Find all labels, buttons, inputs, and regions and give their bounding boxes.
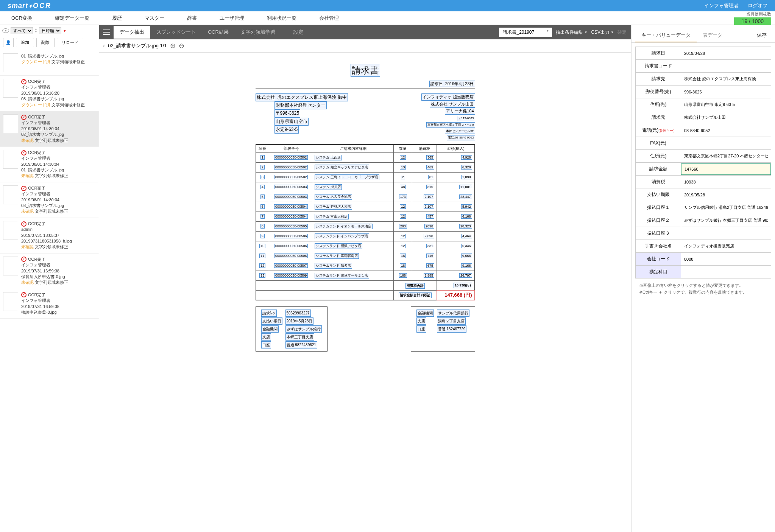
extract-cond-link[interactable]: 抽出条件編集▼ xyxy=(556,29,587,36)
kv-input[interactable] xyxy=(681,241,771,252)
sender-addr[interactable]: 東京都文京区本郷 2 丁目 2 7 − 2 0 xyxy=(426,122,475,128)
list-item[interactable]: OCR完了 インフォ管理者 2019/08/01 14:30:04 01_請求書… xyxy=(0,147,99,182)
kv-input[interactable] xyxy=(681,48,771,59)
bank-box-1: 請求No.59629963227 支払い期日2019年5月28日 金融機関みずほ… xyxy=(256,306,327,352)
tab-spreadsheet[interactable]: スプレッドシート xyxy=(150,26,202,39)
kv-input[interactable] xyxy=(681,254,771,264)
kv-label: 手書き会社名 xyxy=(636,240,681,253)
item-date: 2019/08/01 14:30:04 xyxy=(21,126,96,132)
sender-bldg[interactable]: 本郷センタービル5F xyxy=(445,129,475,134)
delete-button[interactable]: 削除 xyxy=(36,38,55,47)
nav-usage[interactable]: 利用状況一覧 xyxy=(256,11,308,25)
doc-viewport[interactable]: 請求書 請求日 2019年4月28日 株式会社 虎のエクスプレス東上海保険 御中… xyxy=(99,53,631,532)
col-header: 消費税 xyxy=(412,145,437,153)
zoom-in-icon[interactable]: ⊕ xyxy=(170,42,176,50)
nav-dict[interactable]: 辞書 xyxy=(176,11,208,25)
kv-input[interactable] xyxy=(681,177,771,187)
nav-confirmed[interactable]: 確定データ一覧 xyxy=(44,11,101,25)
prev-page-icon[interactable]: ‹ xyxy=(103,42,105,49)
recipient-dept[interactable]: 財務部本社経理センター xyxy=(274,101,327,109)
tab-ocr-result[interactable]: OCR結果 xyxy=(202,26,235,39)
nav-master[interactable]: マスター xyxy=(133,11,176,25)
kv-row: 住所(先) xyxy=(636,98,771,111)
nav-company[interactable]: 会社管理 xyxy=(308,11,350,25)
reload-button[interactable]: リロード xyxy=(57,38,83,47)
visibility-icon[interactable] xyxy=(2,28,9,33)
template-select[interactable]: 請求書_201907 xyxy=(499,28,552,37)
kv-input[interactable] xyxy=(681,87,771,97)
grand-total-label[interactable]: 請求金額合計 (税込) xyxy=(399,292,432,298)
thumbnail xyxy=(3,53,18,72)
list-item[interactable]: OCR完了 admin 2019/07/31 18:05:37 20190731… xyxy=(0,218,99,254)
user-icon-button[interactable]: 👤 xyxy=(3,38,14,47)
filter-date-select[interactable]: 日時順 xyxy=(39,27,61,34)
recipient-zip[interactable]: 〒996-3625 xyxy=(274,109,301,117)
kv-row: 請求書コード xyxy=(636,60,771,73)
tab-region-learn[interactable]: 文字列領域学習 xyxy=(235,26,281,39)
sender-tel[interactable]: 電話:03-5840-9052 xyxy=(447,135,475,140)
item-status: 未確認 文字列領域未修正 xyxy=(21,244,96,250)
doc-title[interactable]: 請求書 xyxy=(351,64,380,77)
kv-input[interactable] xyxy=(681,151,771,162)
list-item[interactable]: OCR完了 インフォ管理者 2019/08/01 14:30:04 02_請求書… xyxy=(0,111,99,147)
logoff-link[interactable]: ログオフ xyxy=(748,2,767,9)
zoom-out-icon[interactable]: ⊖ xyxy=(179,42,184,50)
kv-label: 振込口座２ xyxy=(636,214,681,227)
doc-date[interactable]: 請求日 2019年4月28日 xyxy=(429,81,475,87)
kv-input[interactable] xyxy=(681,202,771,213)
item-filename: 保育所入所申込書-0.jpg xyxy=(21,274,96,280)
table-row: 1 00000000050-00502 システム 広西店 12 365 4,92… xyxy=(256,152,475,162)
list-item[interactable]: 01_請求書サンプル.jpg ダウンロード済 文字列領域未修正 xyxy=(0,50,99,76)
kv-input[interactable] xyxy=(681,267,771,277)
tab-kv-data[interactable]: キー・バリューデータ xyxy=(635,29,697,42)
tab-settings[interactable]: 設定 xyxy=(287,26,309,39)
list-item[interactable]: OCR完了 インフォ管理者 2019/07/31 16:59:38 検診申込書②… xyxy=(0,289,99,319)
sender-name1[interactable]: インフォディオ 担当販売店 xyxy=(421,93,475,101)
kv-input[interactable] xyxy=(681,100,771,110)
tab-extract[interactable]: データ抽出 xyxy=(114,26,150,39)
filter-all-select[interactable]: すべて xyxy=(11,27,33,34)
kv-row: FAX(元) xyxy=(636,137,771,150)
csv-export-link[interactable]: CSV出力▼ xyxy=(591,29,614,36)
help-text-2: ※Ctrlキー ＋ クリックで、複数行の内容を反映できます。 xyxy=(639,289,767,296)
sender-name2[interactable]: 株式会社 サンプル山田 xyxy=(430,101,475,108)
thumbnail xyxy=(3,185,18,204)
kv-label: 請求金額 xyxy=(636,163,681,176)
kv-input[interactable] xyxy=(681,125,771,136)
kv-input[interactable] xyxy=(681,74,771,84)
kv-input[interactable] xyxy=(681,163,771,175)
kv-input[interactable] xyxy=(681,112,771,123)
list-item[interactable]: OCR完了 インフォ管理者 2019/08/01 14:30:04 03_請求書… xyxy=(0,182,99,218)
recipient-line[interactable]: 株式会社 虎のエクスプレス東上海保険 御中 xyxy=(256,93,348,101)
tax-total-label[interactable]: 消費税合計 xyxy=(405,283,425,289)
ocr-complete-badge: OCR完了 xyxy=(21,257,96,262)
sort-dir-icon[interactable]: ▼ xyxy=(63,29,67,33)
add-button[interactable]: 追加 xyxy=(16,38,34,47)
table-row: 4 00000000050-00503 システム 掛川店 48 815 11,0… xyxy=(256,182,475,192)
nav-users[interactable]: ユーザ管理 xyxy=(208,11,256,25)
recipient-addr1[interactable]: 山形県富山空市 xyxy=(274,118,309,126)
kv-input[interactable] xyxy=(681,190,771,200)
sort-icon[interactable]: ▲▼ xyxy=(34,28,37,33)
check-icon xyxy=(21,150,27,156)
sender-name3[interactable]: アリーナ係104 xyxy=(445,107,475,115)
nav-ocr[interactable]: OCR変換 xyxy=(0,11,44,25)
current-user[interactable]: インフォ管理者 xyxy=(704,2,739,9)
tab-table-data[interactable]: 表データ xyxy=(697,29,728,42)
confirm-button[interactable]: 確定 xyxy=(618,29,627,36)
nav-history[interactable]: 履歴 xyxy=(101,11,133,25)
save-button[interactable]: 保存 xyxy=(752,29,771,42)
table-row: 6 00000000050-00504 システム 香林坊大和店 12 2,107… xyxy=(256,202,475,212)
kv-input[interactable] xyxy=(681,61,771,72)
list-item[interactable]: OCR完了 インフォ管理者 2019/08/01 15:16:20 03_請求書… xyxy=(0,76,99,111)
sender-zip[interactable]: 〒113-0033 xyxy=(457,116,475,121)
kv-input[interactable] xyxy=(681,138,771,149)
item-date: 2019/08/01 14:30:04 xyxy=(21,162,96,167)
tax-total[interactable]: 10,938(円) xyxy=(454,283,472,288)
grand-total[interactable]: 147,668 (円) xyxy=(444,292,472,298)
kv-input[interactable] xyxy=(681,228,771,239)
recipient-addr2[interactable]: 永定9-63-5 xyxy=(274,126,299,134)
kv-input[interactable] xyxy=(681,215,771,226)
list-item[interactable]: OCR完了 インフォ管理者 2019/07/31 16:59:38 保育所入所申… xyxy=(0,254,99,289)
hamburger-icon[interactable] xyxy=(99,25,114,39)
